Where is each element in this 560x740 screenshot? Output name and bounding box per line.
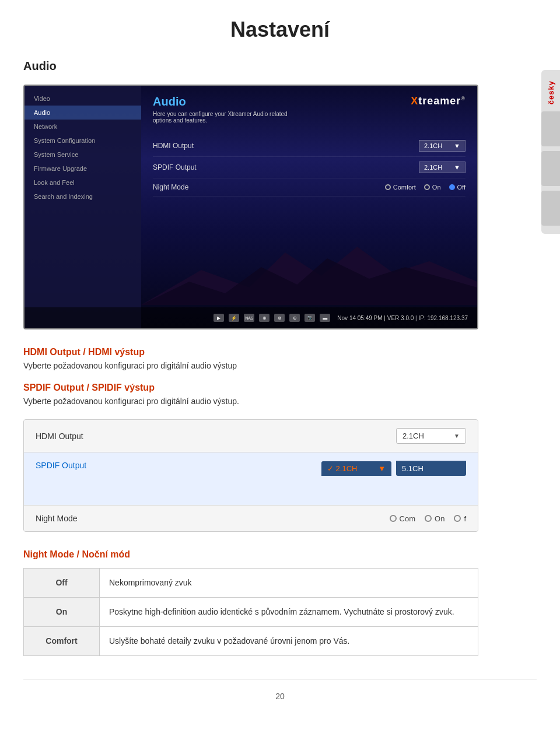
demo-night-label: Night Mode: [36, 514, 141, 523]
demo-night-com[interactable]: Com: [390, 514, 415, 523]
night-row-off: Off Nekomprimovaný zvuk: [24, 569, 478, 598]
hdmi-description: Vyberte požadovanou konfiguraci pro digi…: [23, 360, 537, 372]
night-mode-comfort-label: Comfort: [24, 627, 100, 656]
page-footer: 20: [23, 679, 537, 713]
side-tab: česky: [541, 70, 560, 234]
ss-sidebar-audio[interactable]: Audio: [24, 106, 141, 120]
audio-heading: Audio: [23, 59, 537, 73]
demo-radio-on-circle: [425, 515, 432, 522]
demo-spdif-dropdown-selected[interactable]: ✓ 2.1CH ▼: [321, 461, 391, 476]
screenshot-mountain: [141, 235, 477, 305]
night-table: Off Nekomprimovaný zvuk On Poskytne high…: [23, 568, 478, 656]
night-mode-off-desc: Nekomprimovaný zvuk: [100, 569, 478, 598]
ss-spdif-value: 2.1CH ▼: [419, 162, 466, 173]
night-mode-comfort-desc: Uslyšíte bohaté detaily zvuku v požadova…: [100, 627, 478, 656]
screenshot-subtitle: Here you can configure your Xtreamer Aud…: [153, 111, 304, 124]
spdif-section: SPDIF Output / SPIDIF výstup Vyberte pož…: [23, 383, 537, 408]
page-title: Nastavení: [0, 0, 560, 54]
demo-night-off[interactable]: f: [454, 514, 466, 523]
demo-hdmi-value: 2.1CH ▼: [396, 428, 466, 444]
ss-sidebar-video[interactable]: Video: [24, 92, 141, 106]
night-row-on: On Poskytne high-definition audio identi…: [24, 598, 478, 627]
ss-hdmi-value: 2.1CH ▼: [419, 140, 466, 152]
ss-icon-6: 📷: [304, 314, 315, 322]
side-tab-label: česky: [544, 76, 558, 109]
ss-status-text: Nov 14 05:49 PM | VER 3.0.0 | IP: 192.16…: [337, 315, 468, 321]
ss-icon-7: ▬: [320, 314, 330, 322]
ss-night-off[interactable]: Off: [449, 184, 466, 191]
ss-icon-5: ⊕: [289, 314, 300, 322]
ss-spdif-dropdown[interactable]: 2.1CH ▼: [419, 162, 466, 173]
ss-icon-1: ▶: [214, 314, 224, 322]
demo-hdmi-row: HDMI Output 2.1CH ▼: [24, 420, 478, 453]
ss-sidebar-look[interactable]: Look and Feel: [24, 176, 141, 190]
demo-night-row: Night Mode Com On f: [24, 506, 478, 531]
screenshot-header: Audio Here you can configure your Xtream…: [153, 95, 466, 124]
ss-night-row: Night Mode Comfort On Off: [153, 178, 466, 197]
spdif-description: Vyberte požadovanou konfiguraci pro digi…: [23, 395, 537, 408]
hdmi-heading: HDMI Output / HDMI výstup: [23, 347, 537, 357]
demo-spdif-label: SPDIF Output: [36, 461, 141, 470]
demo-spdif-dropdown-option[interactable]: 5.1CH: [396, 461, 466, 476]
ss-sidebar-system-config[interactable]: System Configuration: [24, 134, 141, 148]
page-number: 20: [275, 692, 285, 701]
night-section: Night Mode / Noční mód Off Nekomprimovan…: [23, 549, 537, 656]
ss-sidebar-search[interactable]: Search and Indexing: [24, 190, 141, 204]
screenshot-main: Audio Here you can configure your Xtream…: [141, 86, 477, 328]
spdif-heading: SPDIF Output / SPIDIF výstup: [23, 383, 537, 393]
ss-night-on[interactable]: On: [424, 184, 441, 191]
ss-hdmi-label: HDMI Output: [153, 142, 194, 150]
demo-hdmi-dropdown[interactable]: 2.1CH ▼: [396, 428, 466, 444]
ss-icon-2: ⚡: [229, 314, 239, 322]
ss-spdif-row: SPDIF Output 2.1CH ▼: [153, 157, 466, 178]
demo-hdmi-label: HDMI Output: [36, 432, 141, 441]
night-mode-on-desc: Poskytne high-definition audio identické…: [100, 598, 478, 627]
side-tab-block-3: [541, 191, 560, 226]
ss-hdmi-dropdown[interactable]: 2.1CH ▼: [419, 140, 466, 152]
screenshot-title: Audio: [153, 95, 304, 108]
ss-radio-comfort-dot: [385, 184, 391, 190]
demo-spdif-value: ✓ 2.1CH ▼ 5.1CH: [321, 461, 466, 476]
demo-radio-com-circle: [390, 515, 397, 522]
demo-spdif-row: SPDIF Output ✓ 2.1CH ▼ 5.1CH: [24, 453, 478, 506]
ss-status-icons: ▶ ⚡ NAS ⊕ ⊗ ⊕ 📷 ▬: [214, 314, 330, 322]
screenshot-statusbar: ▶ ⚡ NAS ⊕ ⊗ ⊕ 📷 ▬ Nov 14 05:49 PM | VER …: [24, 307, 477, 328]
demo-night-value: Com On f: [390, 514, 466, 523]
screenshot-logo: Xtreamer®: [411, 95, 466, 107]
ss-sidebar-system-service[interactable]: System Service: [24, 148, 141, 162]
side-tab-block-2: [541, 151, 560, 186]
screenshot-sidebar: Video Audio Network System Configuration…: [24, 86, 141, 328]
ss-icon-nas: NAS: [244, 314, 254, 322]
night-mode-off-label: Off: [24, 569, 100, 598]
ss-icon-4: ⊗: [274, 314, 285, 322]
screenshot-title-area: Audio Here you can configure your Xtream…: [153, 95, 304, 124]
ss-night-label: Night Mode: [153, 183, 188, 191]
night-mode-on-label: On: [24, 598, 100, 627]
ss-radio-off-dot: [449, 184, 455, 190]
ui-demo-box: HDMI Output 2.1CH ▼ SPDIF Output ✓ 2.1CH…: [23, 419, 478, 532]
demo-radio-off-circle: [454, 515, 461, 522]
night-row-comfort: Comfort Uslyšíte bohaté detaily zvuku v …: [24, 627, 478, 656]
ss-night-comfort[interactable]: Comfort: [385, 184, 416, 191]
ss-sidebar-firmware[interactable]: Firmware Upgrade: [24, 162, 141, 176]
ss-icon-3: ⊕: [259, 314, 270, 322]
ss-spdif-label: SPDIF Output: [153, 163, 197, 171]
ss-night-value: Comfort On Off: [385, 184, 466, 191]
ss-radio-on-dot: [424, 184, 430, 190]
ss-hdmi-row: HDMI Output 2.1CH ▼: [153, 135, 466, 157]
demo-night-on[interactable]: On: [425, 514, 444, 523]
night-heading: Night Mode / Noční mód: [23, 549, 537, 560]
side-tab-block-1: [541, 111, 560, 146]
screenshot-box: Video Audio Network System Configuration…: [23, 85, 478, 329]
ss-sidebar-network[interactable]: Network: [24, 120, 141, 134]
hdmi-section: HDMI Output / HDMI výstup Vyberte požado…: [23, 347, 537, 372]
